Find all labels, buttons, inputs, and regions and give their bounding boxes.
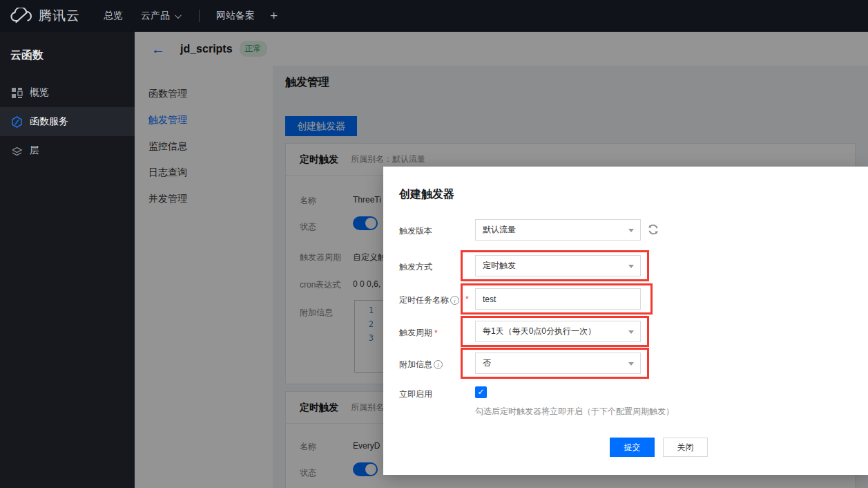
nav-divider <box>199 10 200 22</box>
sidebar-item-layers[interactable]: 层 <box>0 136 135 165</box>
nav-cloud-products[interactable]: 云产品 <box>141 10 180 22</box>
top-navbar: 腾讯云 总览 云产品 网站备案 + <box>0 0 868 32</box>
required-asterisk: * <box>465 294 469 304</box>
trigger-version-select[interactable]: 默认流量 <box>475 219 641 241</box>
info-icon: i <box>434 360 443 369</box>
add-tab-icon[interactable]: + <box>270 8 278 24</box>
chevron-down-icon <box>628 362 634 366</box>
sidebar-item-function-service[interactable]: 函数服务 <box>0 107 135 136</box>
enable-now-helper-text: 勾选后定时触发器将立即开启（于下个配置周期触发） <box>475 406 674 417</box>
label-trigger-version: 触发版本 <box>399 225 432 237</box>
label-trigger-method: 触发方式 <box>399 261 432 273</box>
modal-title: 创建触发器 <box>399 187 454 202</box>
chevron-down-icon <box>628 330 634 334</box>
nav-beian[interactable]: 网站备案 <box>216 10 255 22</box>
chevron-down-icon <box>628 229 634 232</box>
sidebar-item-overview[interactable]: 概览 <box>0 78 135 107</box>
tencent-cloud-logo-icon[interactable] <box>10 8 33 24</box>
required-asterisk: * <box>434 328 438 338</box>
label-task-name: 定时任务名称i <box>399 294 459 306</box>
enable-now-checkbox[interactable]: ✓ <box>475 386 487 398</box>
content-region: ← jd_scripts 正常 函数管理 触发管理 监控信息 日志查询 并发管理… <box>135 32 868 488</box>
sidebar-item-label: 层 <box>30 144 39 157</box>
trigger-period-select[interactable]: 每1天（每天0点0分执行一次） <box>475 321 641 342</box>
submit-button[interactable]: 提交 <box>610 438 655 457</box>
chevron-down-icon <box>175 12 182 19</box>
function-hexagon-icon <box>11 116 23 128</box>
brand-title: 腾讯云 <box>39 7 80 25</box>
product-sidebar: 云函数 概览 函数服务 层 <box>0 32 135 488</box>
info-icon: i <box>450 296 459 305</box>
sidebar-item-label: 概览 <box>30 86 49 99</box>
trigger-method-select[interactable]: 定时触发 <box>475 255 641 276</box>
nav-overview[interactable]: 总览 <box>104 10 123 22</box>
label-enable-now: 立即启用 <box>399 388 432 400</box>
label-trigger-period: 触发周期* <box>399 327 438 339</box>
sidebar-title: 云函数 <box>0 32 135 78</box>
close-button[interactable]: 关闭 <box>663 438 708 457</box>
task-name-input[interactable] <box>475 288 641 310</box>
create-trigger-modal: 创建触发器 触发版本 默认流量 触发方式 定时触发 定时任务名称i * <box>383 167 868 475</box>
grid-icon <box>11 87 23 99</box>
layers-icon <box>11 145 23 157</box>
sidebar-item-label: 函数服务 <box>30 115 68 128</box>
label-extra-info: 附加信息i <box>399 359 443 370</box>
refresh-icon[interactable] <box>646 223 660 239</box>
extra-info-select[interactable]: 否 <box>475 353 641 374</box>
chevron-down-icon <box>628 265 634 268</box>
